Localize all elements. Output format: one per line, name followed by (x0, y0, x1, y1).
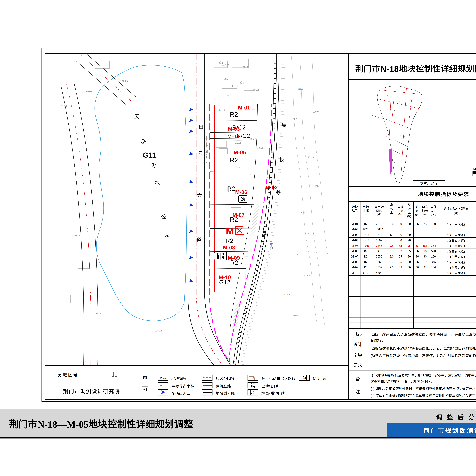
table-cell: 30 (396, 221, 405, 227)
table-cell-empty (474, 302, 476, 307)
table-cell: M-03 (349, 232, 361, 238)
table-cell: 60 (396, 238, 405, 243)
svg-text:园: 园 (164, 232, 170, 238)
svg-text:上: 上 (157, 197, 163, 203)
table-cell: 36 (396, 232, 405, 238)
table-cell: G12 (361, 270, 371, 275)
svg-text:M-02: M-02 (266, 185, 278, 191)
table-cell: R2 (361, 254, 371, 259)
table-cell: 20 (405, 238, 413, 243)
table-cell: 5410 (371, 248, 387, 254)
legend-title-char: 例 (142, 387, 148, 392)
table-cell: 520 (429, 248, 438, 254)
table-cell: 345 (429, 259, 438, 265)
svg-text:M-01: M-01 (238, 105, 250, 111)
lake-outline (95, 65, 187, 321)
legend-label: 车辆出入口 (171, 390, 190, 396)
table-cell-empty (371, 281, 387, 286)
note-item: (1)《地块控制指标及要求》中，用地性质、容积率、建筑密度、绿地率、限高、配套设… (371, 373, 476, 385)
svg-text:123.1: 123.1 (250, 173, 256, 176)
svg-text:122.3: 122.3 (308, 156, 314, 159)
table-title: 地块控制指标及要求 (349, 187, 476, 201)
table-cell: 1602 (371, 238, 387, 243)
table-cell: 30 (405, 254, 413, 259)
table-cell-empty (413, 317, 421, 323)
table-cell-empty (421, 317, 429, 323)
table-cell-empty (413, 307, 421, 312)
table-header-cell: 配套 设施 (474, 202, 476, 221)
table-cell-empty (474, 317, 476, 323)
table-cell: 2652 (371, 254, 387, 259)
table-cell-empty (474, 307, 476, 312)
table-cell: 10(白云大道) (438, 259, 474, 265)
table-cell (396, 270, 405, 275)
svg-text:120.7: 120.7 (295, 253, 302, 256)
table-cell-empty (405, 286, 413, 291)
footer-main-title: 荆门市N-18—M-05地块控制性详细规划调整 (9, 415, 193, 432)
legend-label: 建筑红线 (216, 383, 231, 389)
svg-text:幼: 幼 (240, 197, 245, 202)
table-cell (474, 243, 476, 248)
table-cell: 10(白云大道) (438, 238, 474, 243)
svg-text:114.17: 114.17 (61, 104, 68, 107)
table-cell-empty (371, 286, 387, 291)
svg-text:122.44: 122.44 (252, 89, 259, 92)
table-cell-empty (438, 307, 474, 312)
table-cell: M-10 (349, 270, 361, 275)
table-cell: 2.4 (387, 221, 396, 227)
waste-station-symbol-text: 垃 (251, 390, 255, 395)
divider-line (367, 329, 367, 371)
svg-text:110.9: 110.9 (86, 89, 92, 92)
table-cell-empty (396, 286, 405, 291)
legend-label: 禁止机动车出入路段 (261, 375, 296, 381)
table-cell: 150 (429, 254, 438, 259)
table-cell: 30 (405, 232, 413, 238)
sheet-number: 11 (91, 366, 138, 383)
svg-text:117.70: 117.70 (231, 85, 238, 87)
table-cell-empty (438, 302, 474, 307)
table-cell (413, 270, 421, 275)
table-cell-empty (361, 296, 371, 302)
table-cell (421, 227, 429, 232)
table-cell-empty (421, 275, 429, 281)
table-cell-empty (387, 296, 396, 302)
svg-text:123.2: 123.2 (250, 138, 256, 141)
table-cell: 10(白云大道) (438, 265, 474, 270)
table-cell: R/C2 (361, 238, 371, 243)
table-cell (396, 227, 405, 232)
svg-text:R2: R2 (230, 259, 238, 266)
table-cell: 36 (413, 259, 421, 265)
table-cell: M-05 (349, 243, 361, 248)
svg-text:M-04: M-04 (227, 134, 239, 139)
divider-line (367, 371, 367, 399)
table-cell-empty (371, 307, 387, 312)
notes-label-line: 备 (355, 375, 360, 382)
svg-text:121.9: 121.9 (308, 232, 314, 235)
table-header-cell: 绿 地 率(%) (405, 202, 413, 221)
table-cell: 10(白云大道) (438, 232, 474, 238)
table-cell-empty (405, 291, 413, 296)
table-cell: 180 (429, 221, 438, 227)
svg-text:M-05: M-05 (234, 149, 246, 155)
svg-text:青: 青 (269, 239, 272, 242)
table-cell-empty (405, 296, 413, 302)
boundary-point-symbol (157, 382, 168, 389)
table-cell-empty (429, 291, 438, 296)
table-cell-empty (438, 323, 474, 328)
table-cell-empty (361, 286, 371, 291)
svg-text:120.43: 120.43 (72, 234, 80, 237)
table-cell-empty (429, 323, 438, 328)
legend-label: 地块编号 (171, 375, 187, 381)
table-cell-empty (396, 281, 405, 286)
svg-text:R2: R2 (230, 216, 238, 223)
table-cell-empty (421, 307, 429, 312)
table-cell-empty (421, 296, 429, 302)
company-label: 市聚友金属包装有限公司 (205, 136, 208, 164)
table-cell: 30 (421, 254, 429, 259)
svg-text:公: 公 (161, 214, 166, 220)
svg-text:119.9: 119.9 (234, 166, 240, 168)
table-header-cell: 地块 编号 (349, 202, 361, 221)
table-cell: 32 (396, 243, 405, 248)
table-cell: 4309 (371, 270, 387, 275)
divider-line (349, 371, 476, 371)
